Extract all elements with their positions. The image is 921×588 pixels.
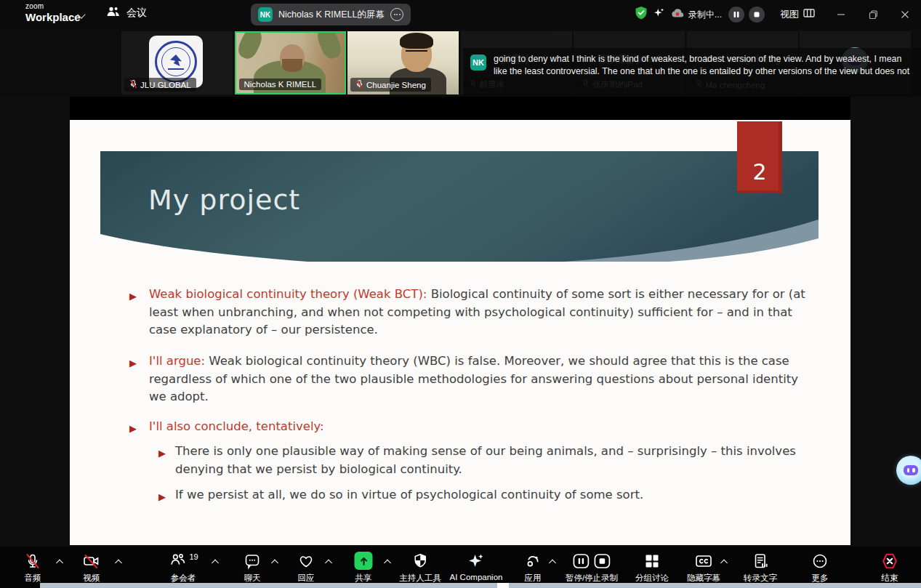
brand-zoom: zoom	[25, 3, 81, 10]
bullet-arrow-icon: ▶	[129, 355, 137, 373]
participant-count: 19	[189, 552, 198, 561]
page-number: 2	[752, 161, 766, 183]
sub-bullet-text: If we persist at all, we do so in virtue…	[175, 486, 798, 504]
shared-screen-pill[interactable]: NK Nicholas K RIMELL的屏幕	[251, 4, 411, 25]
bullet-weak-bct: ▶ Weak biological continuity theory (Wea…	[129, 286, 805, 339]
participant-name: Chuanjie Sheng	[366, 81, 426, 89]
muted-mic-icon	[355, 79, 363, 90]
security-shield-check-icon[interactable]	[635, 6, 648, 23]
video-button[interactable]: 视频	[82, 551, 101, 584]
bullet-arrow-icon: ▶	[158, 445, 166, 463]
shared-screen-black-bar	[70, 97, 850, 120]
video-tile-nicholas-active-speaker[interactable]: Nicholas K RIMELL	[235, 31, 346, 94]
captions-options-caret[interactable]	[721, 558, 728, 565]
zoom-workplace-logo: zoom Workplace	[25, 3, 81, 23]
bullet-ill-argue: ▶ I'll argue: Weak biological continuity…	[129, 353, 805, 406]
cc-icon	[694, 551, 713, 571]
sub-bullet-text: There is only one plausible way of makin…	[175, 443, 798, 478]
video-label: 视频	[84, 573, 100, 584]
hide-captions-label: 隐藏字幕	[687, 573, 720, 584]
share-screen-icon	[355, 551, 373, 571]
pause-stop-record-button[interactable]: 暂停/停止录制	[566, 551, 618, 584]
shared-screen-title: Nicholas K RIMELL的屏幕	[278, 9, 385, 21]
caption-speaker-badge: NK	[470, 55, 486, 71]
sub-bullet-one-plausible-way: ▶ There is only one plausible way of mak…	[158, 443, 798, 478]
ai-sparkle-icon[interactable]	[652, 7, 665, 23]
transcript-button[interactable]: 转录文字	[744, 551, 777, 584]
bullet-text: Weak biological continuity theory (WBC) …	[149, 354, 798, 403]
reactions-button[interactable]: 回应	[297, 551, 315, 584]
chat-options-caret[interactable]	[272, 558, 278, 565]
audio-options-caret[interactable]	[57, 558, 63, 565]
hide-captions-button[interactable]: 隐藏字幕	[687, 551, 720, 584]
participants-group-icon	[106, 6, 121, 20]
participant-name: Nicholas K RIMELL	[244, 80, 317, 89]
apps-button[interactable]: 应用	[524, 551, 542, 584]
view-layout-icon[interactable]	[803, 8, 815, 21]
apps-options-caret[interactable]	[550, 558, 556, 565]
bullet-arrow-icon: ▶	[129, 420, 137, 438]
share-label: 共享	[355, 573, 372, 584]
end-meeting-label: 结束	[882, 573, 898, 584]
bullet-arrow-icon: ▶	[158, 488, 166, 507]
reactions-label: 回应	[298, 573, 315, 584]
breakout-grid-icon	[643, 551, 661, 571]
muted-mic-icon	[129, 79, 137, 90]
end-meeting-icon	[880, 551, 899, 571]
transcript-icon	[752, 551, 769, 571]
ai-companion-button[interactable]: AI Companion	[450, 551, 503, 581]
meeting-tab-label: 会议	[126, 7, 147, 20]
participants-options-caret[interactable]	[212, 558, 219, 565]
recording-status-label: 录制中...	[688, 9, 722, 21]
bullet-lead: I'll argue:	[149, 354, 205, 368]
sub-bullet-psychological-continuity: ▶ If we persist at all, we do so in virt…	[158, 486, 798, 504]
mic-muted-icon	[24, 551, 41, 571]
reactions-options-caret[interactable]	[326, 558, 332, 565]
bullet-lead: Weak biological continuity theory (Weak …	[149, 287, 427, 301]
chat-icon	[244, 551, 261, 571]
restore-window-button[interactable]	[857, 0, 889, 29]
audio-button[interactable]: 音频	[24, 551, 41, 584]
minimize-button[interactable]	[825, 0, 857, 29]
tab-meeting[interactable]: 会议	[106, 6, 147, 20]
share-screen-button[interactable]: 共享	[355, 551, 373, 584]
chevron-down-icon[interactable]	[79, 12, 86, 19]
meeting-control-toolbar: 音频 视频 19 参会者 聊天	[0, 547, 921, 588]
presenter-initials-badge: NK	[258, 7, 273, 22]
stop-recording-button[interactable]	[749, 7, 765, 23]
view-button-label[interactable]: 视图	[780, 8, 799, 21]
breakout-rooms-button[interactable]: 分组讨论	[635, 551, 669, 584]
participants-icon	[168, 551, 187, 571]
breakout-rooms-label: 分组讨论	[635, 573, 669, 584]
apps-icon	[524, 551, 542, 571]
zoom-meeting-window: zoom Workplace 会议 NK Nicholas K RIMELL的屏…	[0, 0, 921, 588]
caption-text: going to deny what I think is the kind o…	[494, 53, 915, 78]
video-options-caret[interactable]	[116, 558, 122, 565]
slide-title: My project	[148, 184, 300, 216]
shared-screen-region: My project 2 ▶ Weak biological continuit…	[70, 97, 850, 545]
taskbar-icon-fragment	[497, 583, 509, 588]
host-tools-button[interactable]: 主持人工具	[399, 551, 441, 584]
chat-button[interactable]: 聊天	[244, 551, 261, 584]
close-window-button[interactable]	[889, 0, 921, 29]
shared-taskbar-edge	[40, 583, 921, 588]
pause-stop-record-label: 暂停/停止录制	[566, 573, 618, 584]
end-meeting-button[interactable]: 结束	[880, 551, 899, 584]
participants-button[interactable]: 19 参会者	[168, 551, 198, 584]
participant-name: JLU GLOBAL	[140, 81, 191, 89]
transcript-label: 转录文字	[744, 573, 777, 584]
live-caption-overlay: NK going to deny what I think is the kin…	[463, 48, 921, 97]
cloud-recording-icon	[671, 7, 685, 22]
pause-recording-button[interactable]	[728, 7, 744, 23]
more-options-icon[interactable]	[390, 8, 403, 21]
video-tile-jlu-global[interactable]: JLU GLOBAL	[121, 31, 233, 94]
apps-label: 应用	[525, 573, 542, 584]
chat-label: 聊天	[244, 573, 261, 584]
ai-companion-floating-button[interactable]	[896, 456, 921, 485]
bullet-conclude: ▶ I'll also conclude, tentatively:	[129, 418, 805, 436]
share-options-caret[interactable]	[385, 558, 391, 565]
video-tile-chuanjie-sheng[interactable]: Chuanjie Sheng	[347, 31, 459, 94]
host-tools-shield-icon	[411, 551, 429, 571]
more-button[interactable]: 更多	[811, 551, 829, 584]
robot-face-icon	[904, 465, 918, 475]
